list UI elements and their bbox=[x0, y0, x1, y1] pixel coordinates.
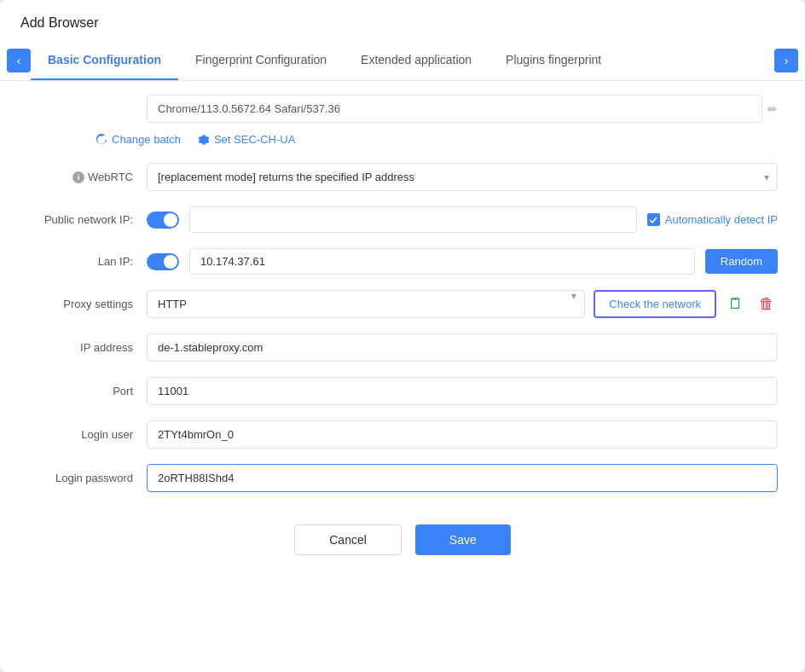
tab-basic-configuration[interactable]: Basic Configuration bbox=[31, 41, 178, 80]
proxy-settings-row: Proxy settings HTTP ▾ Check the network … bbox=[27, 290, 778, 318]
port-label: Port bbox=[27, 385, 147, 397]
tabs-container: Basic Configuration Fingerprint Configur… bbox=[31, 41, 774, 80]
delete-icon: 🗑 bbox=[759, 295, 774, 313]
login-user-input[interactable] bbox=[147, 420, 778, 449]
refresh-icon bbox=[96, 134, 107, 146]
user-agent-input[interactable] bbox=[147, 95, 762, 123]
lan-ip-input[interactable] bbox=[189, 248, 695, 275]
lan-ip-toggle[interactable] bbox=[147, 253, 179, 270]
ip-address-row: IP address bbox=[27, 333, 778, 362]
cancel-button[interactable]: Cancel bbox=[294, 524, 402, 555]
proxy-copy-button[interactable]: 🗒 bbox=[725, 292, 747, 316]
public-ip-toggle[interactable] bbox=[147, 211, 179, 229]
port-control bbox=[147, 377, 778, 405]
login-user-label: Login user bbox=[27, 428, 147, 441]
footer-buttons: Cancel Save bbox=[27, 507, 778, 562]
proxy-settings-control: HTTP ▾ Check the network 🗒 🗑 bbox=[147, 290, 778, 318]
public-ip-control: Automatically detect IP bbox=[147, 206, 778, 233]
public-ip-row: Public network IP: Automatically detect … bbox=[27, 206, 778, 233]
login-password-control bbox=[147, 464, 778, 492]
login-user-row: Login user bbox=[27, 420, 778, 449]
tabs-row: ‹ Basic Configuration Fingerprint Config… bbox=[0, 41, 805, 81]
set-sec-ch-ua-link[interactable]: Set SEC-CH-UA bbox=[198, 133, 295, 146]
tab-fingerprint-configuration[interactable]: Fingerprint Configuration bbox=[178, 41, 344, 80]
check-network-button[interactable]: Check the network bbox=[594, 290, 716, 318]
proxy-settings-label: Proxy settings bbox=[27, 298, 147, 310]
ip-address-input[interactable] bbox=[147, 333, 778, 362]
change-batch-link[interactable]: Change batch bbox=[96, 133, 181, 146]
login-user-control bbox=[147, 420, 778, 449]
lan-toggle-knob bbox=[164, 255, 177, 269]
random-button[interactable]: Random bbox=[705, 249, 778, 274]
save-button[interactable]: Save bbox=[415, 524, 511, 555]
ip-address-label: IP address bbox=[27, 341, 147, 354]
copy-icon: 🗒 bbox=[728, 295, 744, 313]
lan-ip-row: Lan IP: Random bbox=[27, 248, 778, 275]
webrtc-select[interactable]: [replacement mode] returns the specified… bbox=[147, 163, 778, 191]
proxy-type-select[interactable]: HTTP bbox=[147, 290, 585, 318]
auto-detect-checkbox-icon bbox=[647, 213, 660, 226]
webrtc-select-wrapper: [replacement mode] returns the specified… bbox=[147, 163, 778, 191]
lan-ip-control: Random bbox=[147, 248, 778, 275]
auto-detect-label: Automatically detect IP bbox=[665, 213, 778, 226]
modal-body: ✏ Change batch Set SEC-CH-UA i WebRTC bbox=[0, 81, 805, 672]
webrtc-info-icon[interactable]: i bbox=[72, 171, 84, 183]
port-row: Port bbox=[27, 377, 778, 405]
modal-title: Add Browser bbox=[0, 0, 805, 41]
tab-plugins-fingerprint[interactable]: Plugins fingerprint bbox=[489, 41, 618, 80]
tab-extended-application[interactable]: Extended application bbox=[344, 41, 489, 80]
login-password-row: Login password bbox=[27, 464, 778, 492]
login-password-label: Login password bbox=[27, 472, 147, 484]
edit-icon[interactable]: ✏ bbox=[767, 102, 778, 116]
settings-icon bbox=[198, 134, 210, 146]
proxy-type-wrapper: HTTP ▾ bbox=[147, 290, 585, 318]
public-ip-input[interactable] bbox=[189, 206, 637, 233]
proxy-delete-button[interactable]: 🗑 bbox=[756, 292, 778, 316]
webrtc-row: i WebRTC [replacement mode] returns the … bbox=[27, 163, 778, 191]
public-ip-label: Public network IP: bbox=[27, 213, 147, 226]
login-password-input[interactable] bbox=[147, 464, 778, 492]
tab-next-button[interactable]: › bbox=[774, 49, 798, 72]
toggle-knob bbox=[164, 213, 177, 227]
auto-detect-checkbox[interactable]: Automatically detect IP bbox=[647, 213, 778, 226]
batch-row: Change batch Set SEC-CH-UA bbox=[27, 133, 778, 146]
port-input[interactable] bbox=[147, 377, 778, 405]
add-browser-modal: Add Browser ‹ Basic Configuration Finger… bbox=[0, 0, 805, 672]
webrtc-label: i WebRTC bbox=[27, 171, 147, 183]
ip-address-control bbox=[147, 333, 778, 362]
tab-prev-button[interactable]: ‹ bbox=[7, 49, 31, 72]
lan-ip-label: Lan IP: bbox=[27, 255, 147, 268]
user-agent-row: ✏ bbox=[27, 95, 778, 123]
